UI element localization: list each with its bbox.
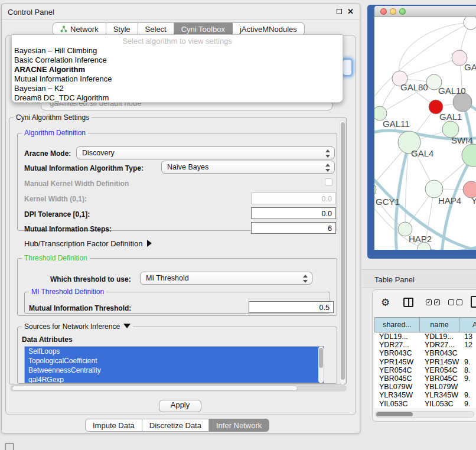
algorithm-dropdown-list: Select algorithm to view settings Bayesi…: [11, 34, 343, 103]
hub-definition-expander[interactable]: Hub/Transcription Factor Definition: [24, 239, 152, 248]
tab-jactivemnodules[interactable]: jActiveMNodules: [233, 22, 305, 35]
zoom-traffic-light-icon[interactable]: [399, 8, 406, 15]
mi-threshold-group-title: MI Threshold Definition: [29, 288, 106, 296]
table-row[interactable]: YER054CYER054C8.: [374, 366, 476, 374]
tab-cyni-toolbox[interactable]: Cyni Toolbox: [174, 22, 233, 35]
table-cell: YBR045C: [420, 374, 459, 383]
tab-select[interactable]: Select: [138, 22, 174, 35]
data-attributes-list: SelfLoopsTopologicalCoefficientBetweenne…: [24, 346, 324, 383]
network-window-titlebar[interactable]: [374, 6, 476, 17]
scrollbar-thumb[interactable]: [341, 122, 345, 380]
attribute-list-item[interactable]: gal4RGexp: [25, 375, 324, 383]
table-cell: 8.: [459, 366, 476, 374]
attribute-list-item[interactable]: SelfLoops: [25, 347, 324, 356]
table-row[interactable]: YBR045CYBR045C9.: [374, 374, 476, 383]
mi-steps-label: Mutual Information Steps:: [24, 225, 112, 233]
tab-network-label: Network: [70, 25, 99, 34]
node-label: GAL: [464, 62, 476, 72]
mi-algorithm-type-combobox[interactable]: Naive Bayes: [161, 161, 335, 174]
aracne-mode-label: Aracne Mode:: [24, 149, 71, 158]
gear-icon[interactable]: ⚙: [381, 296, 390, 309]
network-edge[interactable]: [400, 58, 459, 79]
algorithm-option[interactable]: Bayesian – K2: [12, 84, 343, 93]
focused-combo-spinner[interactable]: [342, 58, 353, 76]
attribute-list-item[interactable]: BetweennessCentrality: [25, 366, 324, 375]
scrollbar-thumb[interactable]: [376, 412, 413, 416]
table-panel-card: ⚙ ✓✓ shared... name A YDL19...YDL19...13…: [372, 289, 476, 422]
algorithm-option[interactable]: Bayesian – Hill Climbing: [12, 46, 343, 56]
aracne-mode-combobox[interactable]: Discovery: [76, 146, 335, 159]
table-toolbar: ⚙ ✓✓: [373, 290, 476, 316]
table-cell: YDL19...: [374, 332, 420, 341]
sources-group-title[interactable]: Sources for Network Inference: [22, 322, 133, 331]
table-row[interactable]: YBR043CYBR043C: [374, 349, 476, 357]
dpi-tolerance-field[interactable]: 0.0: [251, 207, 336, 219]
expander-arrow-icon: [147, 240, 152, 247]
control-panel-tabs: Network Style Select Cyni Toolbox jActiv…: [53, 22, 305, 35]
screen: Control Panel ✕ Network Style Select Cyn…: [0, 0, 476, 450]
attribute-list-item[interactable]: TopologicalCoefficient: [25, 356, 324, 366]
deselect-all-icon[interactable]: [448, 299, 462, 305]
manual-kernel-width-checkbox[interactable]: [325, 178, 332, 186]
export-table-icon[interactable]: [471, 296, 476, 308]
select-all-icon[interactable]: ✓✓: [426, 299, 440, 305]
table-cell: YDR27...: [374, 341, 420, 349]
network-canvas[interactable]: GALGAL80GAL10GAL1GAL11SWI4GAL4GCY1HAP4YH…: [374, 17, 476, 250]
tab-discretize-data[interactable]: Discretize Data: [142, 419, 209, 432]
table-cell: YPR145W: [374, 358, 420, 366]
tab-impute-data[interactable]: Impute Data: [85, 419, 142, 432]
tab-network[interactable]: Network: [53, 22, 106, 35]
table-cell: YIL053C: [420, 400, 459, 408]
attribute-list-scrollbar[interactable]: [318, 347, 324, 383]
table-panel-header: Table Panel: [361, 269, 476, 288]
algorithm-definition-title: Algorithm Definition: [22, 129, 88, 137]
column-header-name[interactable]: name: [420, 317, 459, 332]
tab-style[interactable]: Style: [106, 22, 138, 35]
split-columns-icon[interactable]: [403, 298, 413, 307]
table-row[interactable]: YDL19...YDL19...13: [374, 332, 476, 341]
network-view-window[interactable]: GALGAL80GAL10GAL1GAL11SWI4GAL4GCY1HAP4YH…: [367, 5, 476, 259]
column-header-third[interactable]: A: [459, 317, 476, 332]
column-header-shared[interactable]: shared...: [374, 317, 420, 332]
node-label: GAL1: [439, 112, 462, 122]
apply-button[interactable]: Apply: [159, 400, 201, 412]
table-cell: 9.: [459, 358, 476, 366]
table-row[interactable]: YLR345WYLR345W9.: [374, 391, 476, 399]
table-cell: [459, 383, 476, 391]
which-threshold-combobox[interactable]: MI Threshold: [140, 272, 312, 285]
table-horizontal-scrollbar[interactable]: [375, 411, 474, 418]
algorithm-option[interactable]: Basic Correlation Inference: [12, 56, 343, 65]
table-cell: YBR043C: [420, 349, 459, 357]
algorithm-option[interactable]: ARACNE Algorithm: [12, 65, 343, 74]
manual-kernel-width-label: Manual Kernel Width Definition: [24, 180, 129, 188]
node-label: GAL10: [438, 86, 466, 96]
network-node[interactable]: [462, 144, 476, 167]
threshold-definition-title: Threshold Definition: [22, 254, 90, 262]
mi-threshold-field[interactable]: 0.5: [249, 301, 334, 313]
table-row[interactable]: YPR145WYPR145W9.: [374, 358, 476, 366]
algorithm-option[interactable]: Dream8 DC_TDC Algorithm: [12, 93, 343, 103]
settings-vertical-scrollbar[interactable]: [340, 120, 345, 384]
minimized-panel-icon[interactable]: [5, 443, 14, 450]
node-label: SWI4: [451, 135, 473, 145]
network-node[interactable]: [464, 17, 476, 30]
table-row[interactable]: YDR27...YDR27...12: [374, 341, 476, 349]
settings-horizontal-scrollbar[interactable]: [10, 385, 347, 392]
mi-steps-field[interactable]: 6: [251, 222, 336, 234]
table-row[interactable]: YIL053CYIL053C9.: [374, 400, 476, 408]
close-icon[interactable]: ✕: [347, 7, 354, 16]
table-cell: 9.: [459, 400, 476, 408]
node-label: GAL11: [383, 119, 410, 129]
float-window-icon[interactable]: [337, 9, 342, 14]
table-row[interactable]: YBL079WYBL079W: [374, 383, 476, 391]
algorithm-option[interactable]: Mutual Information Inference: [12, 74, 343, 84]
network-node[interactable]: [374, 182, 376, 197]
node-label: HAP2: [409, 234, 432, 244]
kernel-width-field[interactable]: 0.0: [251, 193, 336, 204]
combo-arrows-icon: [325, 164, 330, 172]
close-traffic-light-icon[interactable]: [380, 8, 387, 15]
scrollbar-thumb[interactable]: [12, 386, 298, 391]
minimize-traffic-light-icon[interactable]: [390, 8, 396, 15]
tab-infer-network[interactable]: Infer Network: [209, 419, 269, 432]
scrollbar-thumb[interactable]: [319, 348, 323, 368]
